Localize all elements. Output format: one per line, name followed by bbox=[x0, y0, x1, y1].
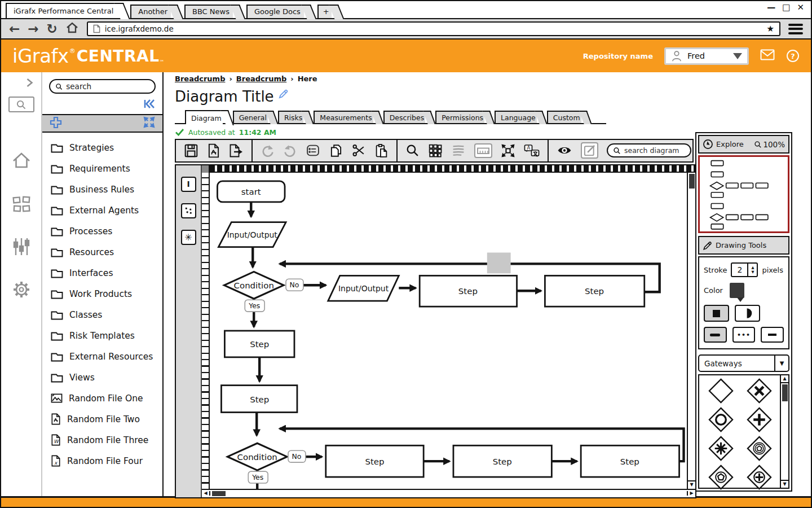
undo-icon[interactable] bbox=[283, 143, 297, 157]
shapes-grid-icon[interactable] bbox=[428, 143, 443, 158]
edit-title-button[interactable] bbox=[278, 86, 289, 105]
browser-tab[interactable]: Google Docs bbox=[246, 5, 304, 18]
view-mode-icon[interactable] bbox=[557, 143, 572, 157]
horizontal-scrollbar[interactable]: ◀ ▶ bbox=[202, 489, 695, 497]
tab-custom[interactable]: Custom bbox=[547, 111, 581, 123]
dropdown-arrow-box[interactable]: ▼ bbox=[774, 356, 788, 371]
tab-general[interactable]: General bbox=[233, 111, 268, 123]
tab-language[interactable]: Language bbox=[495, 111, 537, 123]
sidebar-item-external-resources[interactable]: External Resources bbox=[51, 346, 162, 367]
url-bar[interactable]: ice.igrafxdemo.de ★ bbox=[87, 21, 780, 36]
redo-icon[interactable] bbox=[261, 143, 275, 157]
save-icon[interactable] bbox=[184, 143, 198, 158]
tab-permissions[interactable]: Permissions bbox=[435, 111, 484, 123]
new-tab-button[interactable]: + bbox=[317, 5, 332, 18]
drawing-tools-header[interactable]: Drawing Tools bbox=[698, 236, 789, 255]
cut-icon[interactable] bbox=[352, 143, 366, 157]
ruler-button[interactable] bbox=[474, 143, 492, 158]
color-swatch[interactable] bbox=[730, 283, 744, 298]
bookmark-star-icon[interactable]: ★ bbox=[767, 24, 774, 34]
scroll-down-button[interactable]: ▼ bbox=[688, 480, 695, 489]
gateway-exclusive-x[interactable] bbox=[746, 378, 773, 406]
sidebar-search-input[interactable] bbox=[66, 82, 149, 91]
sidebar-item-work-products[interactable]: Work Products bbox=[51, 283, 162, 304]
stroke-stepper[interactable]: 2 ▲ ▼ bbox=[731, 262, 758, 277]
scrollbar-thumb[interactable] bbox=[689, 174, 695, 189]
user-dropdown[interactable]: Fred bbox=[664, 47, 749, 65]
gateway-event-multiple[interactable] bbox=[746, 435, 773, 464]
line-dotted-button[interactable]: ••• bbox=[732, 327, 756, 343]
forward-button[interactable]: → bbox=[28, 23, 38, 36]
asterisk-tool-button[interactable]: ✳ bbox=[181, 230, 196, 245]
export-icon[interactable] bbox=[229, 143, 244, 158]
tab-measurements[interactable]: Measurements bbox=[314, 111, 373, 123]
gateway-inclusive-circle[interactable] bbox=[708, 406, 734, 435]
sidebar-item-random-file-two[interactable]: Random File Two bbox=[51, 409, 162, 430]
rail-filters-button[interactable] bbox=[12, 237, 31, 259]
sidebar-search[interactable] bbox=[49, 79, 156, 94]
maximize-button[interactable]: □ bbox=[782, 3, 790, 12]
breadcrumb-link[interactable]: Breadcrumb bbox=[236, 75, 286, 83]
shape-category-dropdown[interactable]: Gateways ▼ bbox=[698, 354, 789, 372]
copy-icon[interactable] bbox=[329, 143, 343, 158]
refresh-button[interactable]: ↻ bbox=[47, 23, 58, 36]
rail-search-button[interactable] bbox=[8, 97, 34, 112]
sidebar-item-random-file-three[interactable]: W Random File Three bbox=[51, 430, 162, 450]
zoom-level[interactable]: 100% bbox=[754, 140, 785, 149]
browser-tab[interactable]: BBC News bbox=[184, 5, 233, 18]
selection-handle[interactable] bbox=[487, 252, 511, 273]
expand-rail-button[interactable] bbox=[25, 78, 34, 90]
minimize-button[interactable]: — bbox=[767, 3, 775, 12]
sidebar-item-interfaces[interactable]: Interfaces bbox=[51, 262, 162, 283]
sidebar-item-risk-templates[interactable]: Risk Templates bbox=[51, 325, 162, 346]
export-pdf-icon[interactable] bbox=[207, 143, 220, 158]
scroll-down-button[interactable]: ▼ bbox=[781, 480, 788, 488]
stepper-arrows[interactable]: ▲ ▼ bbox=[747, 264, 757, 276]
stroke-value[interactable]: 2 bbox=[732, 264, 747, 276]
scroll-right-button[interactable]: ▶ bbox=[687, 491, 695, 496]
gateway-parallel-plus[interactable] bbox=[746, 406, 773, 435]
tab-risks[interactable]: Risks bbox=[278, 111, 303, 123]
paste-icon[interactable] bbox=[374, 143, 389, 158]
vertical-scrollbar[interactable]: ▼ bbox=[687, 173, 695, 489]
sidebar-item-resources[interactable]: Resources bbox=[51, 242, 162, 262]
gateway-event-pentagon[interactable] bbox=[708, 464, 734, 493]
scatter-tool-button[interactable] bbox=[181, 203, 196, 218]
browser-tab-active[interactable]: iGrafx Performance Central bbox=[6, 3, 117, 18]
gateway-complex-asterisk[interactable] bbox=[708, 435, 734, 464]
rail-home-button[interactable] bbox=[11, 151, 32, 172]
scroll-left-button[interactable]: ◀ bbox=[202, 491, 210, 496]
close-button[interactable]: ✕ bbox=[797, 3, 804, 12]
sidebar-item-business-rules[interactable]: Business Rules bbox=[51, 179, 162, 200]
shapes-scrollbar[interactable]: ▲ ▼ bbox=[780, 375, 788, 488]
sidebar-item-views[interactable]: Views bbox=[51, 367, 162, 388]
add-item-button[interactable] bbox=[50, 116, 62, 131]
scrollbar-thumb[interactable] bbox=[212, 491, 226, 496]
browser-tab[interactable]: Another bbox=[130, 5, 171, 18]
text-tool-button[interactable]: I bbox=[181, 177, 196, 192]
sidebar-item-random-file-four[interactable]: x Random File Four bbox=[51, 450, 162, 471]
resize-icon[interactable] bbox=[501, 143, 515, 158]
explore-header[interactable]: Explore 100% bbox=[698, 135, 789, 154]
tab-describes[interactable]: Describes bbox=[383, 111, 425, 123]
sidebar-item-external-agents[interactable]: External Agents bbox=[51, 200, 162, 221]
gateway-event-plus[interactable] bbox=[746, 464, 773, 493]
rail-dashboard-button[interactable] bbox=[11, 195, 32, 216]
notes-icon[interactable] bbox=[306, 143, 320, 157]
diagram-canvas[interactable]: start Input/Output Condition Input/Outpu… bbox=[210, 173, 687, 489]
collapse-sidebar-button[interactable] bbox=[143, 99, 155, 111]
zoom-icon[interactable] bbox=[405, 143, 420, 157]
edit-mode-button[interactable] bbox=[581, 142, 598, 159]
fill-half-button[interactable] bbox=[735, 305, 760, 322]
diagram-minimap[interactable] bbox=[698, 155, 789, 233]
translate-icon[interactable]: A bbox=[524, 143, 540, 157]
scroll-up-button[interactable]: ▲ bbox=[781, 375, 788, 383]
breadcrumb-link[interactable]: Breadcrumb bbox=[175, 75, 225, 83]
sidebar-item-strategies[interactable]: Strategies bbox=[51, 137, 162, 158]
fill-solid-button[interactable] bbox=[704, 305, 729, 322]
sidebar-item-requirements[interactable]: Requirements bbox=[51, 158, 162, 179]
line-solid-button[interactable] bbox=[704, 327, 727, 343]
diagram-search-input[interactable] bbox=[624, 146, 685, 155]
home-button[interactable] bbox=[65, 21, 79, 37]
back-button[interactable]: ← bbox=[9, 23, 20, 36]
